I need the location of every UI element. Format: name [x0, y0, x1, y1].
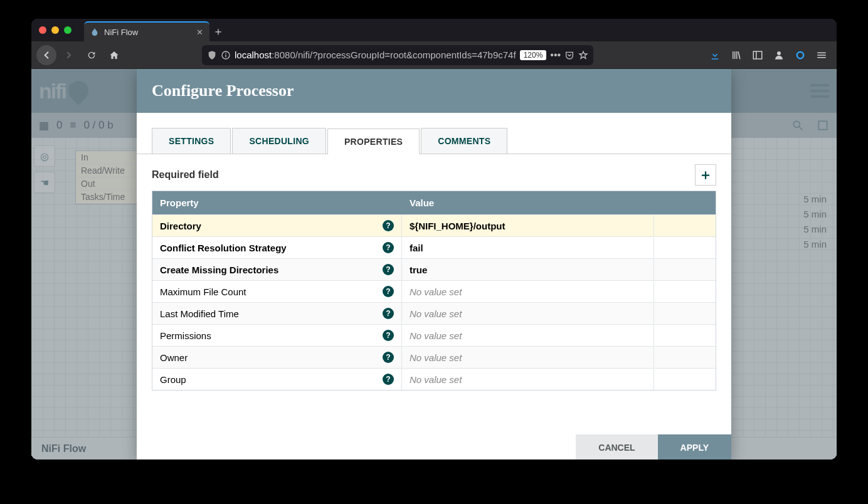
zoom-level[interactable]: 120% — [520, 50, 547, 60]
configure-processor-dialog: Configure Processor SETTINGSSCHEDULINGPR… — [137, 69, 731, 459]
property-actions — [654, 308, 716, 318]
dialog-body: Required field ＋ Property Value Director… — [137, 154, 731, 434]
window-minimize[interactable] — [51, 26, 59, 34]
help-icon[interactable]: ? — [383, 242, 394, 253]
table-row[interactable]: Group?No value set — [152, 368, 716, 390]
property-actions — [654, 221, 716, 231]
sidebar-icon[interactable] — [748, 45, 768, 65]
property-actions — [654, 374, 716, 384]
property-value[interactable]: ${NIFI_HOME}/output — [402, 216, 654, 236]
tab-properties[interactable]: PROPERTIES — [327, 129, 420, 154]
table-row[interactable]: Conflict Resolution Strategy?fail — [152, 236, 716, 258]
property-name: Group? — [152, 369, 402, 390]
dialog-title: Configure Processor — [137, 69, 731, 113]
property-name: Owner? — [152, 347, 402, 368]
tab-bar: NiFi Flow ✕ ＋ — [31, 19, 837, 41]
properties-table: Property Value Directory?${NIFI_HOME}/ou… — [152, 191, 716, 391]
tab-comments[interactable]: COMMENTS — [421, 128, 507, 154]
window-close[interactable] — [39, 26, 46, 34]
library-icon[interactable] — [726, 45, 746, 65]
tab-close-icon[interactable]: ✕ — [196, 28, 203, 37]
svg-rect-2 — [225, 53, 226, 53]
nav-forward — [59, 45, 79, 65]
property-value[interactable]: true — [402, 260, 654, 280]
header-value: Value — [402, 191, 654, 214]
nav-reload[interactable] — [82, 45, 102, 65]
property-value[interactable]: No value set — [402, 347, 654, 368]
property-value[interactable]: No value set — [402, 281, 654, 302]
property-actions — [654, 352, 716, 362]
required-field-label: Required field — [152, 169, 219, 181]
help-icon[interactable]: ? — [383, 264, 394, 275]
table-row[interactable]: Owner?No value set — [152, 346, 716, 368]
header-property: Property — [152, 191, 402, 214]
property-value[interactable]: fail — [402, 238, 654, 258]
property-name: Conflict Resolution Strategy? — [152, 237, 402, 258]
dialog-tabs: SETTINGSSCHEDULINGPROPERTIESCOMMENTS — [137, 113, 731, 154]
table-row[interactable]: Maximum File Count?No value set — [152, 280, 716, 302]
downloads-icon[interactable] — [705, 45, 725, 65]
browser-window: NiFi Flow ✕ ＋ localhost:8080/nifi/?proce… — [31, 19, 837, 459]
tab-title: NiFi Flow — [104, 28, 138, 37]
site-info-icon[interactable] — [221, 50, 231, 60]
tab-settings[interactable]: SETTINGS — [152, 128, 231, 154]
table-row[interactable]: Last Modified Time?No value set — [152, 302, 716, 324]
property-value[interactable]: No value set — [402, 369, 654, 390]
svg-rect-1 — [225, 54, 226, 57]
new-tab-button[interactable]: ＋ — [209, 21, 227, 41]
pocket-icon[interactable] — [564, 50, 574, 60]
help-icon[interactable]: ? — [383, 330, 394, 341]
nifi-canvas: nifi ▦ 0 ≡ 0 / 0 b ◎ ☚ In Read/Write Out — [31, 69, 837, 459]
svg-point-6 — [797, 51, 804, 58]
page-action-dots-icon[interactable]: ••• — [550, 50, 561, 61]
app-menu-icon[interactable] — [812, 45, 832, 65]
dialog-footer: CANCEL APPLY — [137, 434, 731, 459]
property-value[interactable]: No value set — [402, 325, 654, 346]
property-name: Maximum File Count? — [152, 281, 402, 302]
property-actions — [654, 243, 716, 253]
browser-tab[interactable]: NiFi Flow ✕ — [84, 21, 209, 41]
account-icon[interactable] — [769, 45, 789, 65]
property-name: Create Missing Directories? — [152, 259, 402, 280]
help-icon[interactable]: ? — [383, 308, 394, 319]
toolbar-right — [705, 45, 832, 65]
property-actions — [654, 286, 716, 297]
favicon-icon — [90, 28, 99, 36]
nav-back[interactable] — [36, 45, 56, 65]
property-name: Permissions? — [152, 325, 402, 346]
bookmark-star-icon[interactable] — [578, 50, 588, 60]
svg-rect-3 — [753, 51, 762, 59]
property-actions — [654, 265, 716, 275]
table-header: Property Value — [152, 191, 716, 214]
nav-bar: localhost:8080/nifi/?processGroupId=root… — [31, 41, 837, 69]
header-actions — [654, 191, 716, 214]
help-icon[interactable]: ? — [383, 352, 394, 363]
tracking-shield-icon[interactable] — [207, 50, 217, 60]
property-name: Directory? — [152, 215, 402, 236]
apply-button[interactable]: APPLY — [658, 434, 731, 459]
tab-scheduling[interactable]: SCHEDULING — [232, 128, 326, 154]
table-row[interactable]: Permissions?No value set — [152, 324, 716, 346]
cancel-button[interactable]: CANCEL — [576, 434, 657, 459]
window-zoom[interactable] — [64, 26, 71, 34]
url-bar[interactable]: localhost:8080/nifi/?processGroupId=root… — [202, 45, 593, 65]
property-actions — [654, 330, 716, 340]
add-property-button[interactable]: ＋ — [695, 164, 716, 186]
table-row[interactable]: Create Missing Directories?true — [152, 258, 716, 280]
help-icon[interactable]: ? — [383, 286, 394, 297]
url-text: localhost:8080/nifi/?processGroupId=root… — [235, 50, 516, 60]
help-icon[interactable]: ? — [383, 374, 394, 385]
svg-point-5 — [777, 51, 781, 55]
extension-icon[interactable] — [790, 45, 810, 65]
property-value[interactable]: No value set — [402, 303, 654, 324]
table-row[interactable]: Directory?${NIFI_HOME}/output — [152, 214, 716, 236]
window-controls — [31, 19, 79, 41]
property-name: Last Modified Time? — [152, 303, 402, 324]
help-icon[interactable]: ? — [383, 220, 394, 231]
nav-home[interactable] — [104, 45, 124, 65]
